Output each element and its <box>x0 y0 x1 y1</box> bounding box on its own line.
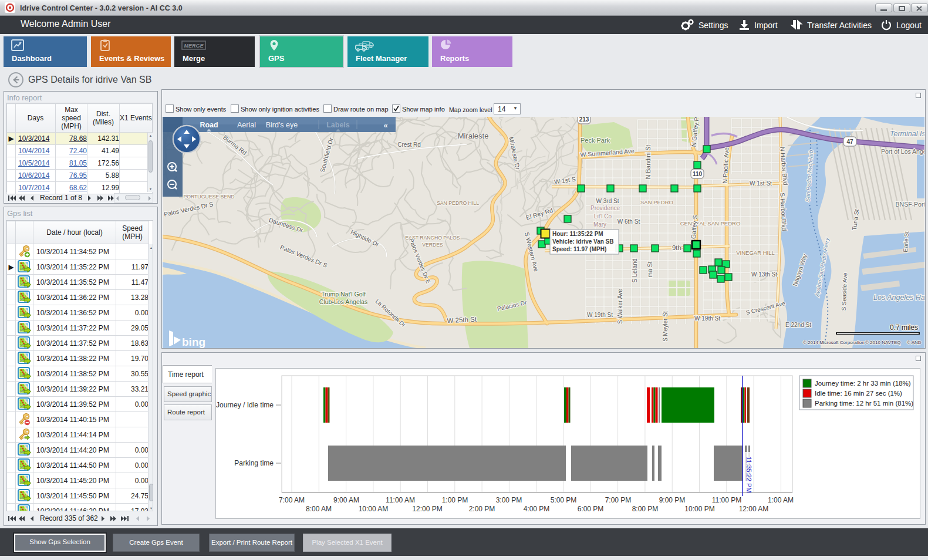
svg-text:Port of Los Angel: Port of Los Angel <box>881 148 924 155</box>
svg-text:W 3rd St: W 3rd St <box>596 198 619 204</box>
svg-text:1:00 PM: 1:00 PM <box>442 496 468 504</box>
svg-text:4:00 PM: 4:00 PM <box>524 505 550 513</box>
svg-text:Miraleste: Miraleste <box>458 131 489 140</box>
svg-text:CENTRAL SAN PEDRO: CENTRAL SAN PEDRO <box>680 220 741 227</box>
svg-text:Parking time: Parking time <box>234 459 274 467</box>
svg-text:6:00 PM: 6:00 PM <box>578 505 604 513</box>
svg-text:Crest Rd: Crest Rd <box>397 141 420 148</box>
svg-text:BNSF-Port: BNSF-Port <box>896 201 924 208</box>
svg-text:Journey / Idle time: Journey / Idle time <box>216 401 274 409</box>
svg-text:W 13th St: W 13th St <box>751 271 777 278</box>
svg-text:MERGE: MERGE <box>184 43 204 49</box>
svg-text:213: 213 <box>579 117 589 123</box>
svg-text:2:00 PM: 2:00 PM <box>469 505 495 513</box>
svg-text:© 2014 Microsoft Corporation: © 2014 Microsoft Corporation <box>803 340 865 345</box>
svg-text:Aerial: Aerial <box>237 121 256 129</box>
svg-text:9:00 PM: 9:00 PM <box>659 496 686 504</box>
svg-text:W 19th St: W 19th St <box>587 312 613 318</box>
svg-text:1:00 AM: 1:00 AM <box>768 496 794 504</box>
svg-text:VINEGAR HILL: VINEGAR HILL <box>736 249 774 256</box>
svg-text:Mary: Mary <box>593 221 606 228</box>
svg-text:E 22nd St: E 22nd St <box>785 322 811 328</box>
svg-text:SAN PEDRO: SAN PEDRO <box>640 199 673 205</box>
svg-text:10:00 PM: 10:00 PM <box>684 505 714 513</box>
svg-text:S Walker Ave: S Walker Ave <box>617 289 623 324</box>
svg-text:bing: bing <box>182 336 205 348</box>
svg-text:S Leland: S Leland <box>631 258 638 283</box>
svg-text:Vehicle: idrive Van SB: Vehicle: idrive Van SB <box>552 238 614 245</box>
svg-text:W 1st St: W 1st St <box>750 180 772 187</box>
svg-text:47: 47 <box>846 139 853 145</box>
svg-text:Parking time: 12 hr 51 min (81: Parking time: 12 hr 51 min (81%) <box>815 400 913 407</box>
svg-text:3:00 PM: 3:00 PM <box>496 496 522 504</box>
svg-text:110: 110 <box>693 171 703 177</box>
svg-text:«: « <box>383 121 387 130</box>
svg-text:0.7 miles: 0.7 miles <box>890 323 918 332</box>
svg-text:Terminal Is: Terminal Is <box>890 130 924 138</box>
svg-text:12:00 AM: 12:00 AM <box>739 505 769 513</box>
svg-text:12:00 PM: 12:00 PM <box>412 505 442 513</box>
svg-text:ma St: ma St <box>646 261 653 278</box>
svg-text:Los Angeles Harb: Los Angeles Harb <box>873 294 924 302</box>
svg-text:VERDES: VERDES <box>422 242 443 248</box>
svg-text:S Meyler St: S Meyler St <box>662 311 669 342</box>
svg-text:Lit'l Co: Lit'l Co <box>594 213 612 220</box>
svg-text:SAN PEDRO HILL: SAN PEDRO HILL <box>437 200 479 206</box>
svg-text:S Seaside Ave: S Seaside Ave <box>841 272 848 311</box>
svg-text:Providence: Providence <box>590 205 620 211</box>
svg-text:Journey time: 2 hr 33 min (18%: Journey time: 2 hr 33 min (18%) <box>815 380 911 387</box>
svg-text:8:00 PM: 8:00 PM <box>632 505 659 513</box>
svg-text:Labels: Labels <box>326 121 350 129</box>
svg-text:© 2010 NAVTEQ: © 2010 NAVTEQ <box>865 340 900 345</box>
svg-text:© AND: © AND <box>907 340 922 345</box>
svg-text:8:00 AM: 8:00 AM <box>306 505 332 513</box>
svg-text:Road: Road <box>200 121 218 129</box>
svg-text:W 6th St: W 6th St <box>617 218 640 225</box>
svg-text:PORTUGUESE BEND: PORTUGUESE BEND <box>183 194 234 200</box>
svg-text:Peck Park: Peck Park <box>581 137 610 144</box>
svg-text:11:35:22 PM: 11:35:22 PM <box>745 457 752 493</box>
svg-text:Speed: 11.97 (MPH): Speed: 11.97 (MPH) <box>552 246 606 252</box>
svg-text:10:00 AM: 10:00 AM <box>359 505 389 513</box>
svg-text:5:00 PM: 5:00 PM <box>551 496 577 504</box>
svg-text:Hour: 11:35:22 PM: Hour: 11:35:22 PM <box>552 231 603 237</box>
svg-text:W 19th St: W 19th St <box>694 315 720 322</box>
svg-text:7:00 AM: 7:00 AM <box>279 496 305 504</box>
svg-text:Club-Los Angelas: Club-Los Angelas <box>319 298 367 305</box>
svg-text:9:00 AM: 9:00 AM <box>333 496 359 504</box>
svg-text:Idle time: 16 min 27 sec (1%): Idle time: 16 min 27 sec (1%) <box>815 390 902 397</box>
svg-text:N Bandini St: N Bandini St <box>644 145 652 179</box>
svg-text:7:00 PM: 7:00 PM <box>605 496 632 504</box>
svg-text:Bird's eye: Bird's eye <box>266 121 298 129</box>
svg-text:Trump Nat'l Golf: Trump Nat'l Golf <box>321 291 366 298</box>
svg-text:11:00 AM: 11:00 AM <box>386 496 415 504</box>
svg-text:11:00 PM: 11:00 PM <box>712 496 741 504</box>
